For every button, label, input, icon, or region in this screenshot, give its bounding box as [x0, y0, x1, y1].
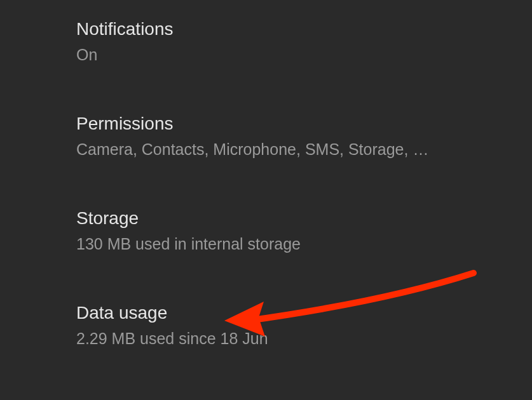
permissions-title: Permissions — [76, 112, 513, 135]
notifications-title: Notifications — [76, 18, 513, 41]
data-usage-subtitle: 2.29 MB used since 18 Jun — [76, 328, 513, 349]
storage-subtitle: 130 MB used in internal storage — [76, 234, 513, 255]
data-usage-setting[interactable]: Data usage 2.29 MB used since 18 Jun — [76, 290, 513, 361]
storage-setting[interactable]: Storage 130 MB used in internal storage — [76, 196, 513, 266]
notifications-subtitle: On — [76, 44, 513, 65]
app-settings-list: Notifications On Permissions Camera, Con… — [0, 0, 532, 361]
data-usage-title: Data usage — [76, 302, 513, 324]
storage-title: Storage — [76, 207, 513, 230]
notifications-setting[interactable]: Notifications On — [76, 6, 513, 77]
permissions-subtitle: Camera, Contacts, Microphone, SMS, Stora… — [76, 139, 513, 160]
permissions-setting[interactable]: Permissions Camera, Contacts, Microphone… — [76, 101, 513, 171]
